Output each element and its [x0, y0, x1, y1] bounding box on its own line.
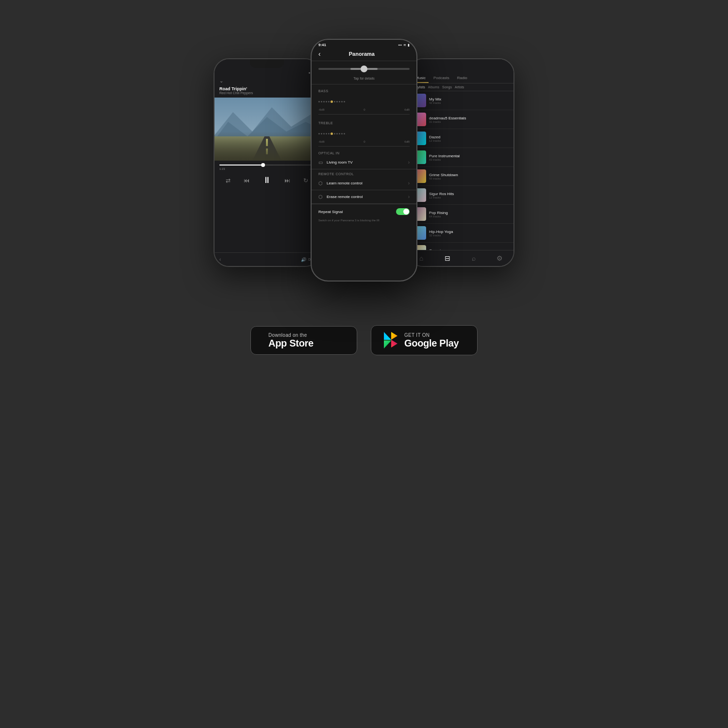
googleplay-main-label: Google Play [404, 338, 459, 348]
left-chevron-icon: ⌄ [215, 76, 319, 85]
svg-marker-8 [391, 332, 397, 340]
list-item[interactable]: Pop Rising 64 tracks [409, 205, 513, 224]
time-labels: 1:23 -2:0 [215, 166, 319, 171]
tab-podcasts[interactable]: Podcasts [430, 74, 452, 83]
treble-max: 6dB [404, 140, 410, 143]
phone-center: 9:41 ▪▪▪ ≋ ▮ ‹ Panorama Tap for details … [311, 39, 417, 281]
remote-control-label: REMOTE CONTROL [312, 169, 416, 177]
list-item[interactable]: Dazed 12 tracks [409, 129, 513, 148]
panorama-slider-section [312, 61, 416, 74]
learn-chevron: › [408, 181, 410, 186]
treble-min: -6dB [318, 140, 325, 143]
optical-in-value: Living room TV [327, 160, 408, 165]
subtab-albums[interactable]: Albums [428, 85, 439, 89]
album-art [215, 98, 319, 161]
tap-details-text[interactable]: Tap for details [312, 74, 416, 84]
list-item[interactable]: deadmau5 Essentials 31 tracks [409, 110, 513, 129]
googleplay-sub-label: GET IT ON [404, 332, 459, 338]
repeat-icon[interactable]: ↻ [303, 177, 308, 184]
tab-radio[interactable]: Radio [454, 74, 470, 83]
svg-marker-10 [384, 341, 391, 348]
bass-section: BASS -6dB 0 6dB [312, 84, 416, 116]
track-artist: Red Hot Chili Peppers [219, 91, 314, 95]
phone-group: ●●● ⌄ Road Trippin' Red Hot Chili Pepper… [214, 39, 514, 296]
settings-icon[interactable]: ⚙ [496, 254, 503, 262]
learn-remote-row[interactable]: ⬡ Learn remote control › [312, 177, 416, 190]
signal-icon: ▪▪▪ [398, 43, 402, 47]
playlist-info: Grime Shutdown 55 tracks [429, 173, 510, 180]
appstore-main-label: App Store [268, 338, 314, 348]
bass-label: BASS [318, 89, 410, 93]
screen-title: Panorama [325, 51, 399, 57]
list-item[interactable]: Organica 40 tracks [409, 243, 513, 250]
svg-rect-6 [266, 149, 268, 154]
bottom-navigation: ⌂ ⊟ ⌕ ⚙ [409, 250, 513, 266]
treble-mid: 0 [364, 140, 365, 143]
treble-section: TREBLE -6dB 0 6dB [312, 116, 416, 149]
bass-min: -6dB [318, 108, 325, 111]
list-item[interactable]: Hip-Hop Yoga 32 tracks [409, 224, 513, 243]
repeat-signal-label: Repeat Signal [318, 210, 396, 214]
status-icons: ▪▪▪ ≋ ▮ [398, 43, 410, 47]
optical-in-label: OPTICAL IN [312, 149, 416, 156]
phone-left: ●●● ⌄ Road Trippin' Red Hot Chili Pepper… [214, 58, 320, 267]
playback-controls[interactable]: ⇄ ⏮ ⏸ ⏭ ↻ [215, 171, 319, 189]
tv-icon: ▭ [318, 160, 323, 165]
panorama-slider-thumb[interactable] [361, 66, 367, 72]
playlist-info: Sigur Ros Hits 12 tracks [429, 192, 510, 199]
playlist-info: Hip-Hop Yoga 32 tracks [429, 230, 510, 237]
search-icon[interactable]: ⌕ [472, 254, 476, 262]
google-play-icon [383, 331, 398, 349]
playlist-info: Pure Instrumental 83 tracks [429, 154, 510, 161]
svg-marker-11 [384, 340, 391, 341]
repeat-signal-row: Repeat Signal [312, 204, 416, 219]
track-title: Road Trippin' [219, 86, 314, 91]
status-time: 9:41 [318, 43, 326, 47]
repeat-signal-sub: Switch on if your Panorama 3 is blocking… [312, 219, 416, 225]
svg-rect-5 [266, 139, 268, 146]
right-tabs: Music Podcasts Radio [409, 70, 513, 83]
list-item[interactable]: Pure Instrumental 83 tracks [409, 148, 513, 167]
bass-max: 6dB [404, 108, 410, 111]
store-buttons: Download on the App Store [250, 325, 478, 355]
prev-icon[interactable]: ⏮ [244, 177, 249, 184]
erase-remote-row[interactable]: ⬡ Erase remote control › [312, 190, 416, 204]
erase-chevron: › [408, 194, 410, 199]
next-icon[interactable]: ⏭ [284, 177, 290, 184]
list-item[interactable]: My Mix 42 tracks [409, 91, 513, 110]
treble-label: TREBLE [318, 121, 410, 125]
treble-slider-row[interactable] [318, 128, 410, 139]
phone-right: Music Podcasts Radio Playlists Albums So… [408, 58, 514, 267]
playlist-info: Dazed 12 tracks [429, 135, 510, 142]
home-icon[interactable]: ⌂ [419, 254, 423, 262]
progress-section [215, 161, 319, 166]
bass-range-labels: -6dB 0 6dB [318, 108, 410, 115]
play-pause-icon[interactable]: ⏸ [263, 175, 271, 185]
list-item[interactable]: Grime Shutdown 55 tracks [409, 167, 513, 186]
learn-remote-text: Learn remote control [327, 181, 408, 185]
bass-slider-row[interactable] [318, 96, 410, 107]
back-button[interactable]: ‹ [318, 50, 321, 58]
svg-marker-9 [391, 340, 397, 347]
appstore-text: Download on the App Store [268, 332, 314, 348]
svg-marker-7 [384, 332, 391, 340]
treble-range-labels: -6dB 0 6dB [318, 140, 410, 147]
library-icon[interactable]: ⊟ [445, 254, 450, 262]
left-notch [250, 59, 284, 68]
optical-in-row[interactable]: ▭ Living room TV › [312, 156, 416, 169]
panorama-slider-track[interactable] [318, 68, 410, 70]
erase-remote-text: Erase remote control [327, 195, 408, 199]
playlist-info: deadmau5 Essentials 31 tracks [429, 116, 510, 123]
googleplay-button[interactable]: GET IT ON Google Play [371, 325, 478, 355]
list-item[interactable]: Sigur Ros Hits 12 tracks [409, 186, 513, 205]
repeat-signal-toggle[interactable] [396, 208, 410, 215]
learn-icon: ⬡ [318, 181, 323, 186]
center-notch [345, 40, 383, 50]
bass-mid: 0 [364, 108, 365, 111]
subtab-artists[interactable]: Artists [455, 85, 464, 89]
shuffle-icon[interactable]: ⇄ [226, 177, 231, 184]
room-bar: ‹ 🔊 Den [215, 252, 319, 266]
subtab-songs[interactable]: Songs [442, 85, 452, 89]
appstore-button[interactable]: Download on the App Store [250, 326, 357, 355]
playlist-list: My Mix 42 tracks deadmau5 Essentials 31 … [409, 91, 513, 250]
